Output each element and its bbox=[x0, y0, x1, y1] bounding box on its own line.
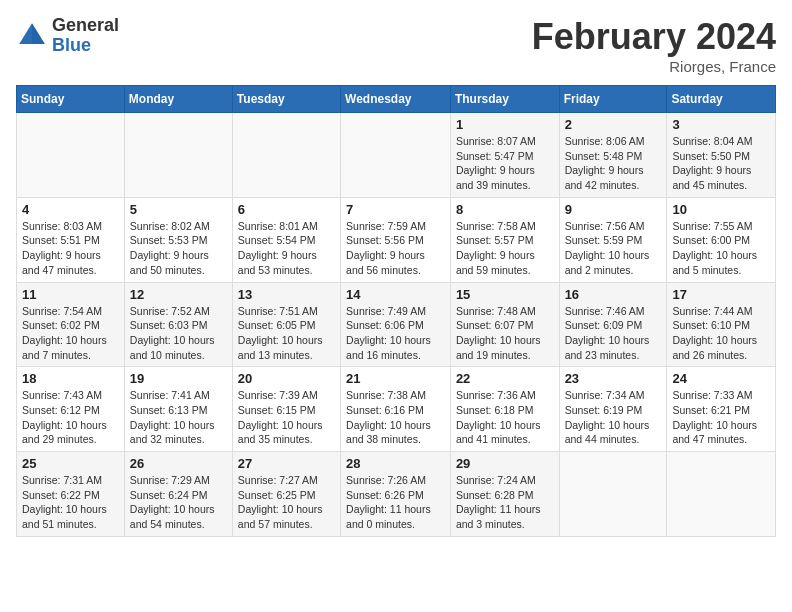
day-number: 2 bbox=[565, 117, 662, 132]
day-info: Sunrise: 7:54 AMSunset: 6:02 PMDaylight:… bbox=[22, 304, 119, 363]
day-number: 22 bbox=[456, 371, 554, 386]
header-tuesday: Tuesday bbox=[232, 86, 340, 113]
day-info: Sunrise: 7:46 AMSunset: 6:09 PMDaylight:… bbox=[565, 304, 662, 363]
header-friday: Friday bbox=[559, 86, 667, 113]
title-section: February 2024 Riorges, France bbox=[532, 16, 776, 75]
calendar-cell: 2Sunrise: 8:06 AMSunset: 5:48 PMDaylight… bbox=[559, 113, 667, 198]
calendar-cell: 7Sunrise: 7:59 AMSunset: 5:56 PMDaylight… bbox=[341, 197, 451, 282]
calendar-cell: 20Sunrise: 7:39 AMSunset: 6:15 PMDayligh… bbox=[232, 367, 340, 452]
day-info: Sunrise: 7:39 AMSunset: 6:15 PMDaylight:… bbox=[238, 388, 335, 447]
calendar-cell: 26Sunrise: 7:29 AMSunset: 6:24 PMDayligh… bbox=[124, 452, 232, 537]
day-number: 6 bbox=[238, 202, 335, 217]
logo-general: General bbox=[52, 16, 119, 36]
day-info: Sunrise: 7:41 AMSunset: 6:13 PMDaylight:… bbox=[130, 388, 227, 447]
day-info: Sunrise: 7:36 AMSunset: 6:18 PMDaylight:… bbox=[456, 388, 554, 447]
day-info: Sunrise: 7:52 AMSunset: 6:03 PMDaylight:… bbox=[130, 304, 227, 363]
week-row-2: 4Sunrise: 8:03 AMSunset: 5:51 PMDaylight… bbox=[17, 197, 776, 282]
calendar-cell: 4Sunrise: 8:03 AMSunset: 5:51 PMDaylight… bbox=[17, 197, 125, 282]
calendar-cell: 12Sunrise: 7:52 AMSunset: 6:03 PMDayligh… bbox=[124, 282, 232, 367]
day-number: 27 bbox=[238, 456, 335, 471]
day-number: 13 bbox=[238, 287, 335, 302]
day-number: 19 bbox=[130, 371, 227, 386]
calendar-header-row: SundayMondayTuesdayWednesdayThursdayFrid… bbox=[17, 86, 776, 113]
header-thursday: Thursday bbox=[450, 86, 559, 113]
month-title: February 2024 bbox=[532, 16, 776, 58]
day-info: Sunrise: 8:07 AMSunset: 5:47 PMDaylight:… bbox=[456, 134, 554, 193]
week-row-1: 1Sunrise: 8:07 AMSunset: 5:47 PMDaylight… bbox=[17, 113, 776, 198]
logo: General Blue bbox=[16, 16, 119, 56]
calendar-cell: 15Sunrise: 7:48 AMSunset: 6:07 PMDayligh… bbox=[450, 282, 559, 367]
day-info: Sunrise: 8:04 AMSunset: 5:50 PMDaylight:… bbox=[672, 134, 770, 193]
day-info: Sunrise: 7:26 AMSunset: 6:26 PMDaylight:… bbox=[346, 473, 445, 532]
svg-marker-1 bbox=[32, 23, 45, 44]
calendar-cell: 3Sunrise: 8:04 AMSunset: 5:50 PMDaylight… bbox=[667, 113, 776, 198]
calendar-cell: 5Sunrise: 8:02 AMSunset: 5:53 PMDaylight… bbox=[124, 197, 232, 282]
day-info: Sunrise: 8:06 AMSunset: 5:48 PMDaylight:… bbox=[565, 134, 662, 193]
day-number: 26 bbox=[130, 456, 227, 471]
location: Riorges, France bbox=[532, 58, 776, 75]
day-number: 8 bbox=[456, 202, 554, 217]
day-number: 1 bbox=[456, 117, 554, 132]
day-number: 12 bbox=[130, 287, 227, 302]
day-number: 24 bbox=[672, 371, 770, 386]
day-number: 14 bbox=[346, 287, 445, 302]
day-info: Sunrise: 7:58 AMSunset: 5:57 PMDaylight:… bbox=[456, 219, 554, 278]
day-number: 7 bbox=[346, 202, 445, 217]
calendar-cell: 23Sunrise: 7:34 AMSunset: 6:19 PMDayligh… bbox=[559, 367, 667, 452]
day-number: 17 bbox=[672, 287, 770, 302]
day-number: 21 bbox=[346, 371, 445, 386]
day-number: 4 bbox=[22, 202, 119, 217]
header-saturday: Saturday bbox=[667, 86, 776, 113]
calendar-cell: 27Sunrise: 7:27 AMSunset: 6:25 PMDayligh… bbox=[232, 452, 340, 537]
header-wednesday: Wednesday bbox=[341, 86, 451, 113]
calendar-cell: 22Sunrise: 7:36 AMSunset: 6:18 PMDayligh… bbox=[450, 367, 559, 452]
header-sunday: Sunday bbox=[17, 86, 125, 113]
day-info: Sunrise: 7:48 AMSunset: 6:07 PMDaylight:… bbox=[456, 304, 554, 363]
day-number: 15 bbox=[456, 287, 554, 302]
calendar-cell: 9Sunrise: 7:56 AMSunset: 5:59 PMDaylight… bbox=[559, 197, 667, 282]
header-monday: Monday bbox=[124, 86, 232, 113]
day-info: Sunrise: 7:38 AMSunset: 6:16 PMDaylight:… bbox=[346, 388, 445, 447]
day-number: 9 bbox=[565, 202, 662, 217]
calendar-cell: 29Sunrise: 7:24 AMSunset: 6:28 PMDayligh… bbox=[450, 452, 559, 537]
calendar-cell bbox=[232, 113, 340, 198]
calendar-cell: 21Sunrise: 7:38 AMSunset: 6:16 PMDayligh… bbox=[341, 367, 451, 452]
logo-blue: Blue bbox=[52, 36, 119, 56]
day-info: Sunrise: 8:01 AMSunset: 5:54 PMDaylight:… bbox=[238, 219, 335, 278]
day-number: 3 bbox=[672, 117, 770, 132]
day-info: Sunrise: 8:02 AMSunset: 5:53 PMDaylight:… bbox=[130, 219, 227, 278]
week-row-4: 18Sunrise: 7:43 AMSunset: 6:12 PMDayligh… bbox=[17, 367, 776, 452]
calendar-cell: 6Sunrise: 8:01 AMSunset: 5:54 PMDaylight… bbox=[232, 197, 340, 282]
day-info: Sunrise: 7:31 AMSunset: 6:22 PMDaylight:… bbox=[22, 473, 119, 532]
calendar-cell: 24Sunrise: 7:33 AMSunset: 6:21 PMDayligh… bbox=[667, 367, 776, 452]
calendar-cell bbox=[341, 113, 451, 198]
calendar-cell: 8Sunrise: 7:58 AMSunset: 5:57 PMDaylight… bbox=[450, 197, 559, 282]
day-info: Sunrise: 7:24 AMSunset: 6:28 PMDaylight:… bbox=[456, 473, 554, 532]
day-number: 28 bbox=[346, 456, 445, 471]
calendar-cell: 11Sunrise: 7:54 AMSunset: 6:02 PMDayligh… bbox=[17, 282, 125, 367]
day-info: Sunrise: 7:59 AMSunset: 5:56 PMDaylight:… bbox=[346, 219, 445, 278]
calendar-cell: 16Sunrise: 7:46 AMSunset: 6:09 PMDayligh… bbox=[559, 282, 667, 367]
page-header: General Blue February 2024 Riorges, Fran… bbox=[16, 16, 776, 75]
calendar-cell bbox=[667, 452, 776, 537]
calendar-cell: 14Sunrise: 7:49 AMSunset: 6:06 PMDayligh… bbox=[341, 282, 451, 367]
day-number: 10 bbox=[672, 202, 770, 217]
calendar-cell: 17Sunrise: 7:44 AMSunset: 6:10 PMDayligh… bbox=[667, 282, 776, 367]
day-number: 25 bbox=[22, 456, 119, 471]
day-info: Sunrise: 7:33 AMSunset: 6:21 PMDaylight:… bbox=[672, 388, 770, 447]
calendar-cell: 18Sunrise: 7:43 AMSunset: 6:12 PMDayligh… bbox=[17, 367, 125, 452]
day-info: Sunrise: 7:49 AMSunset: 6:06 PMDaylight:… bbox=[346, 304, 445, 363]
day-info: Sunrise: 7:27 AMSunset: 6:25 PMDaylight:… bbox=[238, 473, 335, 532]
day-info: Sunrise: 7:44 AMSunset: 6:10 PMDaylight:… bbox=[672, 304, 770, 363]
calendar-cell: 19Sunrise: 7:41 AMSunset: 6:13 PMDayligh… bbox=[124, 367, 232, 452]
day-number: 20 bbox=[238, 371, 335, 386]
day-info: Sunrise: 7:43 AMSunset: 6:12 PMDaylight:… bbox=[22, 388, 119, 447]
logo-icon bbox=[16, 20, 48, 52]
calendar-cell: 10Sunrise: 7:55 AMSunset: 6:00 PMDayligh… bbox=[667, 197, 776, 282]
day-number: 23 bbox=[565, 371, 662, 386]
day-number: 18 bbox=[22, 371, 119, 386]
calendar-cell: 1Sunrise: 8:07 AMSunset: 5:47 PMDaylight… bbox=[450, 113, 559, 198]
day-info: Sunrise: 7:29 AMSunset: 6:24 PMDaylight:… bbox=[130, 473, 227, 532]
week-row-3: 11Sunrise: 7:54 AMSunset: 6:02 PMDayligh… bbox=[17, 282, 776, 367]
calendar-cell: 13Sunrise: 7:51 AMSunset: 6:05 PMDayligh… bbox=[232, 282, 340, 367]
